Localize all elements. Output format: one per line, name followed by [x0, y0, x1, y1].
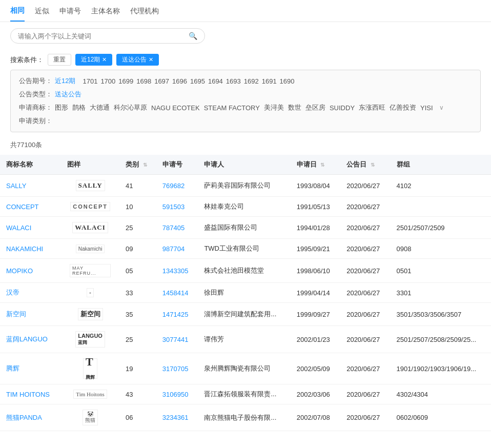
tm-数世[interactable]: 数世 [288, 103, 301, 112]
name-link-8[interactable]: 腾辉 [6, 364, 19, 372]
appno-link-4[interactable]: 1343305 [162, 267, 189, 275]
period-1692[interactable]: 1692 [244, 77, 259, 85]
tm-亿善投资[interactable]: 亿善投资 [390, 103, 416, 112]
appno-link-2[interactable]: 787405 [162, 224, 185, 232]
appno-link-3[interactable]: 987704 [162, 245, 185, 253]
cell-appno-5: 1458414 [156, 283, 198, 303]
condition-period-active[interactable]: 近12期 [55, 76, 75, 86]
table-row: WALACI WALACI 25 787405 盛益国际有限公司 1994/01… [0, 217, 491, 239]
appno-link-8[interactable]: 3170705 [162, 365, 189, 373]
period-1691[interactable]: 1691 [262, 77, 277, 85]
filter-tag-period[interactable]: 近12期✕ [75, 54, 112, 66]
cell-group-3: 0908 [391, 239, 491, 259]
name-link-6[interactable]: 新空间 [6, 310, 26, 318]
cell-pubdate-10: 2020/06/27 [340, 404, 390, 431]
name-link-7[interactable]: 蓝阔LANGUO [6, 335, 48, 343]
tm-图形[interactable]: 图形 [55, 103, 68, 112]
period-1698[interactable]: 1698 [136, 77, 151, 85]
nav-item-agency[interactable]: 代理机构 [130, 7, 159, 21]
name-link-4[interactable]: MOPIKO [6, 267, 33, 275]
filter-tag-type[interactable]: 送达公告✕ [116, 54, 159, 66]
table-row: NAKAMICHI Nakamichi 09 987704 TWD工业有限公司 … [0, 239, 491, 259]
cell-group-4: 0501 [391, 259, 491, 283]
condition-type-val[interactable]: 送达公告 [55, 90, 81, 99]
condition-period-key: 公告期号： [19, 76, 55, 86]
appno-link-0[interactable]: 769682 [162, 182, 185, 190]
cell-applicant-7: 谭伟芳 [198, 326, 290, 353]
period-1693[interactable]: 1693 [226, 77, 241, 85]
tm-YISI[interactable]: YISI [420, 104, 433, 112]
condition-trademark-row: 申请商标： 图形 鹊格 大德通 科尔沁草原 NAGU ECOTEK STEAM … [19, 103, 472, 112]
cell-group-7: 2501/2507/2508/2509/25... [391, 326, 491, 353]
period-1695[interactable]: 1695 [190, 77, 205, 85]
sort-appdate-icon[interactable]: ⇅ [320, 162, 324, 168]
name-link-2[interactable]: WALACI [6, 224, 31, 232]
cell-name-8: 腾辉 [0, 353, 61, 384]
search-icon[interactable]: 🔍 [189, 32, 197, 40]
close-icon[interactable]: ✕ [149, 56, 153, 63]
nav-item-xiangtong[interactable]: 相同 [10, 6, 25, 22]
search-area: 🔍 [0, 22, 491, 50]
cell-pubdate-5: 2020/06/27 [340, 283, 390, 303]
cell-appdate-7: 2002/01/23 [291, 326, 340, 353]
cell-logo-4: MAY REFRU... [61, 259, 119, 283]
table-row: 汉帝 ▪ 33 1458414 徐田辉 1999/04/14 2020/06/2… [0, 283, 491, 303]
period-1696[interactable]: 1696 [172, 77, 187, 85]
tm-垒区房[interactable]: 垒区房 [305, 103, 325, 112]
cell-name-10: 熊猫PANDA [0, 404, 61, 431]
tm-大德通[interactable]: 大德通 [90, 103, 110, 112]
tm-NAGU-ECOTEK[interactable]: NAGU ECOTEK [151, 104, 200, 112]
tm-科尔沁草原[interactable]: 科尔沁草原 [114, 103, 147, 112]
tm-东涨西旺[interactable]: 东涨西旺 [359, 103, 385, 112]
cell-pubdate-7: 2020/06/27 [340, 326, 390, 353]
name-link-9[interactable]: TIM HOITONS [6, 391, 50, 398]
tm-鹊格[interactable]: 鹊格 [72, 103, 86, 112]
search-input[interactable] [18, 32, 189, 40]
tm-SUIDDY[interactable]: SUIDDY [330, 104, 355, 112]
cell-appno-6: 1471425 [156, 303, 198, 326]
appno-link-10[interactable]: 3234361 [162, 414, 189, 421]
th-category: 类别 ⇅ [119, 155, 156, 175]
period-1690[interactable]: 1690 [280, 77, 295, 85]
period-1697[interactable]: 1697 [154, 77, 169, 85]
period-1701[interactable]: 1701 [83, 77, 97, 85]
period-1700[interactable]: 1700 [100, 77, 115, 85]
name-link-0[interactable]: SALLY [6, 182, 27, 190]
tm-STEAM-FACTORY[interactable]: STEAM FACTORY [204, 104, 260, 112]
appno-link-9[interactable]: 3106950 [162, 391, 189, 398]
appno-link-1[interactable]: 591503 [162, 203, 185, 211]
cell-group-10: 0602/0609 [391, 404, 491, 431]
nav-item-appno[interactable]: 申请号 [59, 7, 81, 21]
appno-link-7[interactable]: 3077441 [162, 336, 189, 343]
cell-logo-8: T腾辉 [61, 353, 119, 384]
cell-applicant-5: 徐田辉 [198, 283, 290, 303]
name-link-10[interactable]: 熊猫PANDA [6, 414, 42, 421]
name-link-5[interactable]: 汉帝 [6, 289, 19, 296]
filter-label: 搜索条件： [10, 55, 44, 65]
cell-pubdate-0: 2020/06/27 [340, 175, 390, 197]
sort-pubdate-icon[interactable]: ⇅ [371, 162, 375, 168]
cell-pubdate-4: 2020/06/27 [340, 259, 390, 283]
period-1694[interactable]: 1694 [208, 77, 223, 85]
cell-appdate-6: 1999/09/27 [291, 303, 340, 326]
expand-icon[interactable]: ∨ [439, 104, 444, 111]
cell-appdate-3: 1995/09/21 [291, 239, 340, 259]
name-link-1[interactable]: CONCEPT [6, 203, 39, 211]
appno-link-5[interactable]: 1458414 [162, 289, 189, 297]
cell-pubdate-9: 2020/06/27 [340, 384, 390, 404]
appno-link-6[interactable]: 1471425 [162, 311, 189, 318]
condition-box: 公告期号： 近12期 1701 1700 1699 1698 1697 1696… [10, 70, 481, 132]
th-applicant: 申请人 [198, 155, 290, 175]
cell-pubdate-2: 2020/06/27 [340, 217, 390, 239]
sort-category-icon[interactable]: ⇅ [143, 162, 147, 168]
tm-美浔美[interactable]: 美浔美 [264, 103, 284, 112]
condition-trademark-key: 申请商标： [19, 103, 55, 112]
cell-appdate-0: 1993/08/04 [291, 175, 340, 197]
nav-item-subject[interactable]: 主体名称 [91, 7, 120, 21]
cell-logo-5: ▪ [61, 283, 119, 303]
nav-item-jinsi[interactable]: 近似 [35, 7, 49, 21]
period-1699[interactable]: 1699 [118, 77, 133, 85]
filter-reset-button[interactable]: 重置 [48, 54, 71, 66]
name-link-3[interactable]: NAKAMICHI [6, 245, 43, 253]
close-icon[interactable]: ✕ [102, 56, 107, 63]
